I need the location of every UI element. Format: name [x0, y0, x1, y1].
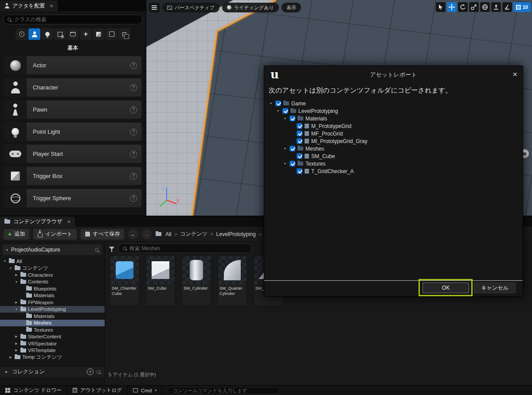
expander-arrow-icon[interactable] — [283, 147, 287, 150]
asset-report-item[interactable]: SM_Cube — [269, 152, 518, 160]
folder-tree-item[interactable]: VRTemplate — [0, 347, 105, 354]
folder-tree-item[interactable]: Blueprints — [0, 285, 105, 292]
class-search-input[interactable] — [14, 16, 138, 23]
breadcrumb-item[interactable]: コンテンツ — [180, 230, 216, 238]
surface-snap-icon[interactable] — [491, 2, 501, 12]
tab-place-actors[interactable]: アクタを配置 × — [0, 0, 58, 11]
breadcrumb-item[interactable]: LevelPrototyping — [216, 231, 265, 237]
scale-tool-icon[interactable] — [469, 2, 479, 12]
checkbox-checked[interactable] — [297, 138, 302, 144]
expander-arrow-icon[interactable] — [14, 273, 19, 277]
source-selector[interactable]: ▾ ProjectAudioCapture — [3, 244, 102, 255]
asset-report-item[interactable]: Meshes — [269, 145, 518, 152]
category-recent-icon[interactable] — [16, 28, 27, 40]
expander-arrow-icon[interactable] — [4, 370, 9, 374]
folder-tree-item[interactable]: Meshes — [0, 320, 105, 327]
search-icon[interactable] — [97, 370, 100, 374]
category-geometry-icon[interactable] — [93, 28, 105, 40]
folder-tree-item[interactable]: FPWeapon — [0, 299, 105, 306]
folder-tree-item[interactable]: Temp コンテンツ — [0, 354, 105, 361]
category-volumes-icon[interactable] — [106, 28, 117, 40]
folder-tree-item[interactable]: VRSpectator — [0, 340, 105, 347]
expander-arrow-icon[interactable] — [8, 356, 13, 359]
checkbox-checked[interactable] — [297, 153, 302, 159]
select-tool-icon[interactable] — [436, 2, 446, 12]
asset-tile[interactable]: SM_Quarter Cylinder — [218, 256, 247, 306]
expander-arrow-icon[interactable] — [14, 335, 19, 338]
console-command-input[interactable] — [172, 388, 274, 393]
folder-tree-item[interactable]: LevelPrototyping — [0, 306, 105, 313]
checkbox-checked[interactable] — [289, 161, 295, 167]
checkbox-checked[interactable] — [297, 168, 302, 174]
category-lights-icon[interactable] — [41, 28, 53, 40]
content-drawer-button[interactable]: コンテンツ ドロワー — [0, 386, 67, 395]
asset-tile[interactable]: SM_Cylinder — [182, 256, 211, 306]
folder-tree-item[interactable]: Materials — [0, 292, 105, 299]
expander-arrow-icon[interactable] — [14, 280, 19, 283]
folder-tree-item[interactable]: Characters — [0, 271, 105, 279]
close-icon[interactable]: × — [512, 70, 517, 79]
collections-bar[interactable]: コレクション + — [0, 366, 105, 377]
category-basic-icon[interactable] — [28, 28, 40, 40]
back-button[interactable]: ← — [128, 229, 138, 239]
asset-tile[interactable]: SM_Chamfer Cube — [110, 256, 139, 306]
add-collection-icon[interactable]: + — [87, 368, 94, 375]
asset-report-item[interactable]: MI_PrototypeGrid_Gray — [269, 137, 518, 145]
expander-arrow-icon[interactable] — [14, 342, 19, 345]
place-actor-item[interactable]: Point Light ? — [4, 122, 142, 141]
folder-tree-item[interactable]: コンテンツ — [0, 265, 105, 272]
grid-snap-toggle[interactable]: 10 — [513, 2, 531, 12]
filter-icon[interactable] — [109, 247, 114, 250]
expander-arrow-icon[interactable] — [283, 162, 287, 165]
expander-arrow-icon[interactable] — [3, 259, 7, 263]
expander-arrow-icon[interactable] — [276, 109, 280, 112]
checkbox-checked[interactable] — [282, 108, 288, 114]
asset-report-item[interactable]: T_GridChecker_A — [269, 167, 518, 175]
cancel-button[interactable]: キャンセル — [474, 283, 516, 293]
place-actor-item[interactable]: Pawn ? — [4, 100, 142, 119]
save-all-button[interactable]: すべて保存 — [81, 229, 124, 240]
asset-report-item[interactable]: Textures — [269, 160, 518, 167]
show-button[interactable]: 表示 — [282, 3, 301, 12]
checkbox-checked[interactable] — [297, 123, 302, 129]
category-all-icon[interactable] — [118, 28, 130, 40]
asset-report-item[interactable]: MF_ProcGrid — [269, 130, 518, 137]
folder-tree-item[interactable]: Contents — [0, 279, 105, 286]
place-actor-item[interactable]: Actor ? — [4, 56, 142, 75]
move-tool-icon[interactable] — [447, 2, 457, 12]
expander-arrow-icon[interactable] — [14, 301, 19, 304]
place-actor-item[interactable]: Player Start ? — [4, 144, 142, 163]
checkbox-checked[interactable] — [289, 116, 295, 121]
checkbox-checked[interactable] — [289, 146, 295, 151]
perspective-button[interactable]: パースペクティブ — [162, 3, 219, 12]
asset-report-item[interactable]: Game — [269, 100, 518, 107]
expander-arrow-icon[interactable] — [269, 102, 273, 105]
expander-arrow-icon[interactable] — [14, 349, 19, 352]
asset-report-item[interactable]: M_PrototypeGrid — [269, 122, 518, 130]
category-cinematic-icon[interactable] — [67, 28, 79, 40]
grid-snap-value[interactable]: 10 — [523, 4, 528, 10]
search-icon[interactable] — [95, 248, 98, 252]
place-actor-item[interactable]: Trigger Sphere ? — [4, 189, 142, 208]
asset-tile[interactable]: SM_Cube — [146, 256, 175, 306]
folder-tree-item[interactable]: StarterContent — [0, 333, 105, 341]
add-button[interactable]: + 追加 — [4, 229, 29, 240]
expander-arrow-icon[interactable] — [8, 267, 13, 270]
asset-report-item[interactable]: Materials — [269, 115, 518, 122]
category-shapes-icon[interactable] — [54, 28, 66, 40]
cmd-selector[interactable]: Cmd ▾ — [128, 386, 162, 395]
rotation-snap-icon[interactable] — [502, 2, 512, 12]
expander-arrow-icon[interactable] — [283, 117, 287, 120]
folder-tree-item[interactable]: Textures — [0, 326, 105, 333]
world-space-icon[interactable] — [480, 2, 490, 12]
forward-button[interactable]: → — [142, 229, 152, 239]
viewport-menu-icon[interactable] — [149, 3, 160, 12]
rotate-tool-icon[interactable] — [458, 2, 468, 12]
place-actor-item[interactable]: Character ? — [4, 78, 142, 97]
checkbox-checked[interactable] — [275, 101, 281, 106]
close-icon[interactable]: × — [67, 218, 71, 225]
tab-content-browser[interactable]: コンテンツブラウザ × — [0, 217, 75, 227]
close-icon[interactable]: × — [50, 3, 53, 9]
category-effects-icon[interactable] — [80, 28, 92, 40]
asset-report-item[interactable]: LevelPrototyping — [269, 107, 518, 115]
